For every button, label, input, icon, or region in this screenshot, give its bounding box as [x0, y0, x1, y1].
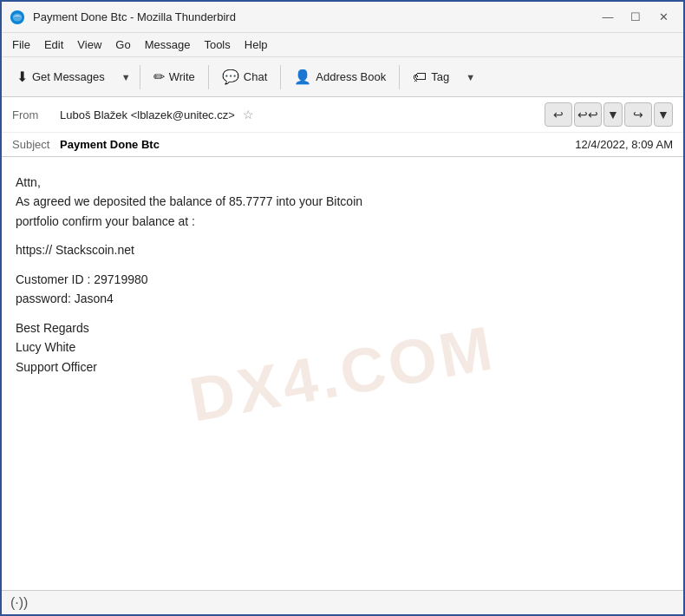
email-body-line	[16, 260, 669, 270]
forward-dropdown[interactable]: ▼	[654, 102, 673, 127]
menu-help[interactable]: Help	[238, 36, 275, 54]
status-bar: (·))	[2, 590, 683, 614]
reply-buttons: ↩ ↩↩ ▼ ↪ ▼	[545, 102, 673, 127]
subject-label: Subject	[12, 138, 60, 151]
toolbar-separator-3	[280, 65, 281, 89]
menu-tools[interactable]: Tools	[197, 36, 237, 54]
tag-icon: 🏷	[413, 70, 427, 84]
title-bar: Payment Done Btc - Mozilla Thunderbird —…	[2, 2, 683, 33]
email-body-line: Attn,	[16, 173, 669, 192]
email-body-line	[16, 309, 669, 318]
chat-button[interactable]: 💬 Chat	[212, 65, 277, 89]
email-body-line: Customer ID : 29719980	[16, 270, 669, 289]
forward-button[interactable]: ↪	[624, 102, 652, 127]
email-body-line: As agreed we deposited the balance of 85…	[16, 192, 669, 211]
menu-bar: File Edit View Go Message Tools Help	[2, 33, 683, 57]
tag-button[interactable]: 🏷 Tag	[403, 65, 459, 89]
thunderbird-window: Payment Done Btc - Mozilla Thunderbird —…	[0, 0, 685, 616]
star-icon[interactable]: ☆	[243, 108, 254, 121]
reply-dropdown[interactable]: ▼	[603, 102, 623, 127]
svg-point-1	[13, 13, 23, 21]
toolbar-separator-2	[208, 65, 209, 89]
email-body-line: Best Regards	[16, 318, 669, 337]
from-row: From Luboš Blažek <lblazek@unitec.cz> ☆ …	[2, 97, 683, 133]
write-icon: ✏	[153, 70, 165, 84]
get-messages-dropdown[interactable]: ▼	[116, 67, 136, 88]
get-messages-button[interactable]: ⬇ Get Messages	[7, 65, 114, 89]
write-button[interactable]: ✏ Write	[144, 65, 205, 89]
email-content: Attn,As agreed we deposited the balance …	[16, 173, 669, 377]
email-body-line: Support Officer	[16, 357, 669, 377]
reply-button[interactable]: ↩	[545, 102, 572, 127]
from-label: From	[12, 108, 60, 121]
email-body-line: Lucy White	[16, 337, 669, 357]
email-body-line: password: Jason4	[16, 289, 669, 308]
close-button[interactable]: ✕	[650, 7, 676, 28]
maximize-button[interactable]: ☐	[623, 7, 649, 28]
toolbar-separator-4	[399, 65, 400, 89]
date-value: 12/4/2022, 8:09 AM	[575, 138, 673, 151]
email-body: DX4.COM Attn,As agreed we deposited the …	[2, 157, 683, 590]
window-title: Payment Done Btc - Mozilla Thunderbird	[33, 10, 595, 23]
reply-all-button[interactable]: ↩↩	[574, 102, 602, 127]
subject-row: Subject Payment Done Btc 12/4/2022, 8:09…	[2, 133, 683, 156]
email-header: From Luboš Blažek <lblazek@unitec.cz> ☆ …	[2, 97, 683, 157]
from-value: Luboš Blažek <lblazek@unitec.cz> ☆	[60, 108, 545, 121]
email-body-line: https:// Stackscoin.net	[16, 240, 669, 259]
tag-dropdown[interactable]: ▼	[460, 67, 480, 88]
minimize-button[interactable]: —	[595, 7, 621, 28]
status-icon: (·))	[10, 595, 28, 611]
menu-message[interactable]: Message	[138, 36, 198, 54]
address-book-icon: 👤	[294, 70, 311, 84]
menu-edit[interactable]: Edit	[37, 36, 70, 54]
subject-value: Payment Done Btc	[60, 138, 575, 151]
toolbar: ⬇ Get Messages ▼ ✏ Write 💬 Chat 👤 Addres…	[2, 57, 683, 97]
window-controls: — ☐ ✕	[595, 7, 676, 28]
app-icon	[9, 9, 26, 26]
email-body-line	[16, 231, 669, 240]
get-messages-icon: ⬇	[16, 70, 28, 84]
chat-icon: 💬	[222, 70, 239, 84]
menu-view[interactable]: View	[70, 36, 108, 54]
toolbar-separator-1	[140, 65, 140, 89]
email-body-line: portfolio confirm your balance at :	[16, 212, 669, 231]
address-book-button[interactable]: 👤 Address Book	[284, 65, 395, 89]
menu-file[interactable]: File	[5, 36, 37, 54]
menu-go[interactable]: Go	[108, 36, 137, 54]
